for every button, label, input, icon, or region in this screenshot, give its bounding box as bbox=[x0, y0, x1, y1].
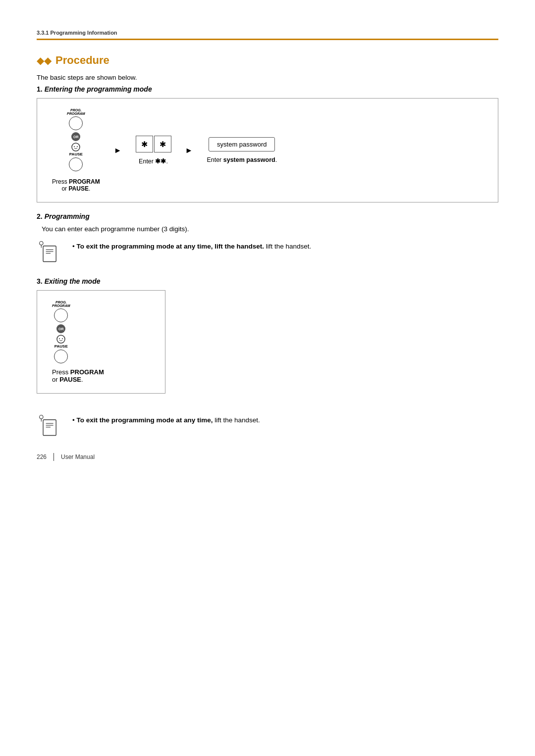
section-header: 3.3.1 Programming Information bbox=[37, 30, 498, 36]
svg-point-16 bbox=[40, 415, 43, 418]
note-handset-icon-1 bbox=[37, 238, 64, 265]
footer: 226 User Manual bbox=[37, 453, 95, 461]
step-1-number: 1. bbox=[37, 85, 43, 93]
step3-pause-label: PAUSE bbox=[54, 344, 68, 349]
step-3-diagram: PROG.PROGRAM OR PAUSE Press PROGRAMor PA… bbox=[37, 290, 165, 394]
pause-label: PAUSE bbox=[69, 152, 83, 156]
step-1-press-caption: Press PROGRAMor PAUSE. bbox=[52, 178, 100, 192]
footer-divider bbox=[54, 453, 54, 461]
step3-prog-label: PROG.PROGRAM bbox=[52, 301, 70, 307]
enter-keys-caption: Enter ✱✱. bbox=[139, 157, 168, 165]
password-box: system password bbox=[209, 137, 275, 151]
pause-circle bbox=[69, 157, 83, 171]
step-1-block: 1.Entering the programming mode PROG.PRO… bbox=[37, 85, 498, 202]
step-3-note-text: • To exit the programming mode at any ti… bbox=[72, 411, 260, 424]
svg-point-10 bbox=[59, 338, 60, 339]
step3-prog-circle bbox=[54, 308, 68, 322]
step-2-block: 2.Programming You can enter each program… bbox=[37, 212, 498, 265]
keys-row: ✱ ✱ bbox=[136, 136, 171, 152]
procedure-title: ◆◆ Procedure bbox=[37, 54, 498, 67]
prog-label: PROG.PROGRAM bbox=[67, 108, 85, 115]
step-2-body: You can enter each programme number (3 d… bbox=[42, 225, 498, 233]
svg-point-7 bbox=[40, 241, 43, 245]
step-2-note-text: • To exit the programming mode at any ti… bbox=[72, 238, 311, 250]
orange-rule bbox=[37, 39, 498, 40]
prog-circle bbox=[69, 116, 83, 130]
keys-section: ✱ ✱ Enter ✱✱. bbox=[136, 136, 171, 165]
svg-point-0 bbox=[72, 143, 80, 151]
step-3-press-caption: Press PROGRAMor PAUSE. bbox=[52, 368, 104, 383]
step-1-label: 1.Entering the programming mode bbox=[37, 85, 498, 93]
arrow-2: ► bbox=[185, 146, 193, 155]
arrow-1: ► bbox=[114, 146, 122, 155]
svg-point-1 bbox=[74, 146, 75, 147]
step3-or-badge: OR bbox=[56, 324, 65, 333]
smiley-icon bbox=[71, 143, 80, 151]
note-handset-icon-2 bbox=[37, 411, 64, 439]
step-2-label: 2.Programming bbox=[37, 212, 498, 220]
step3-phone-group: PROG.PROGRAM OR PAUSE bbox=[52, 301, 70, 364]
enter-password-caption: Enter system password. bbox=[207, 156, 277, 163]
svg-point-9 bbox=[57, 335, 65, 343]
or-badge: OR bbox=[71, 132, 80, 141]
diamonds-icon: ◆◆ bbox=[37, 54, 52, 66]
step-3-number: 3. bbox=[37, 277, 43, 285]
footer-title: User Manual bbox=[61, 454, 95, 460]
step3-pause-circle bbox=[54, 350, 68, 363]
svg-point-11 bbox=[62, 338, 63, 339]
step-3-label: 3.Exiting the mode bbox=[37, 277, 498, 285]
key-star-1: ✱ bbox=[136, 136, 153, 152]
svg-rect-3 bbox=[43, 246, 56, 262]
password-section: system password Enter system password. bbox=[207, 137, 277, 163]
page: 3.3.1 Programming Information ◆◆ Procedu… bbox=[0, 0, 535, 481]
step-2-note-row: • To exit the programming mode at any ti… bbox=[37, 238, 498, 265]
step3-smiley-icon bbox=[56, 335, 65, 344]
key-star-2: ✱ bbox=[154, 136, 171, 152]
intro-text: The basic steps are shown below. bbox=[37, 74, 498, 81]
step-2-number: 2. bbox=[37, 212, 43, 220]
page-number: 226 bbox=[37, 454, 47, 460]
phone-buttons-section: PROG.PROGRAM OR PAUSE Press PROGRAMor PA… bbox=[52, 108, 100, 192]
svg-point-2 bbox=[77, 146, 78, 147]
svg-rect-12 bbox=[43, 420, 56, 436]
page-title: Procedure bbox=[55, 54, 109, 67]
step-3-block: 3.Exiting the mode PROG.PROGRAM OR PAUSE… bbox=[37, 277, 498, 403]
step-1-diagram: PROG.PROGRAM OR PAUSE Press PROGRAMor PA… bbox=[37, 98, 498, 202]
step-3-note-row: • To exit the programming mode at any ti… bbox=[37, 411, 498, 439]
phone-button-group: PROG.PROGRAM OR PAUSE bbox=[67, 108, 85, 172]
